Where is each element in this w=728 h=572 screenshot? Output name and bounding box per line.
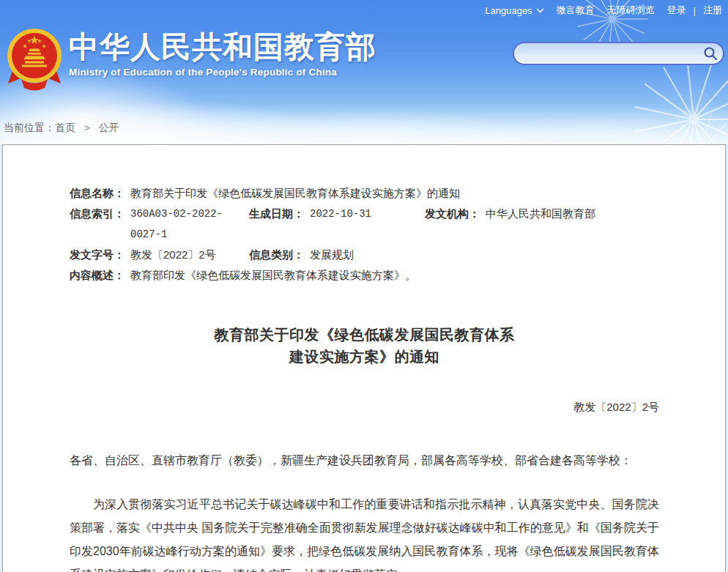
meta-label: 生成日期： [249, 204, 304, 245]
meta-field-docnumber: 发文字号： 教发〔2022〕2号 [70, 245, 249, 265]
meta-label: 内容概述： [70, 265, 125, 286]
meta-field-agency: 发文机构： 中华人民共和国教育部 [425, 204, 595, 245]
meta-value: 2022-10-31 [310, 204, 371, 245]
meta-row: 发文字号： 教发〔2022〕2号 信息类别： 发展规划 [70, 245, 659, 265]
document-number: 教发〔2022〕2号 [70, 401, 659, 415]
meta-label: 信息索引： [70, 204, 125, 245]
meta-value: 发展规划 [310, 245, 354, 265]
meta-field-date: 生成日期： 2022-10-31 [249, 204, 425, 245]
document-title: 教育部关于印发《绿色低碳发展国民教育体系 建设实施方案》的通知 [70, 324, 659, 368]
meta-label: 发文字号： [70, 245, 125, 265]
meta-row: 信息索引： 360A03-02-2022-0027-1 生成日期： 2022-1… [70, 204, 659, 245]
language-menu[interactable]: Languages [485, 5, 543, 16]
site-header: Languages 微言教育 无障碍浏览 登录 | 注册 [0, 0, 728, 144]
document-paragraph: 为深入贯彻落实习近平总书记关于碳达峰碳中和工作的重要讲话和指示批示精神，认真落实… [70, 493, 659, 572]
topbar-link-accessibility[interactable]: 无障碍浏览 [607, 4, 655, 17]
document-salutation: 各省、自治区、直辖市教育厅（教委），新疆生产建设兵团教育局，部属各高等学校、部省… [70, 449, 659, 472]
breadcrumb-label: 当前位置： [4, 122, 55, 133]
meta-field-summary: 内容概述： 教育部印发《绿色低碳发展国民教育体系建设实施方案》。 [70, 265, 416, 286]
site-subtitle: Ministry of Education of the People's Re… [69, 67, 376, 78]
meta-value: 教发〔2022〕2号 [130, 245, 216, 265]
breadcrumb-separator: > [84, 122, 90, 133]
chevron-down-icon [536, 8, 544, 13]
search-icon [703, 46, 718, 61]
search-button[interactable] [698, 43, 723, 64]
meta-row: 信息名称： 教育部关于印发《绿色低碳发展国民教育体系建设实施方案》的通知 [70, 183, 659, 204]
document-card: 信息名称： 教育部关于印发《绿色低碳发展国民教育体系建设实施方案》的通知 信息索… [2, 144, 726, 572]
meta-value: 中华人民共和国教育部 [486, 204, 595, 245]
breadcrumb: 当前位置：首页>公开 [4, 122, 119, 135]
meta-row: 内容概述： 教育部印发《绿色低碳发展国民教育体系建设实施方案》。 [70, 265, 659, 286]
meta-value: 360A03-02-2022-0027-1 [130, 204, 249, 245]
page: Languages 微言教育 无障碍浏览 登录 | 注册 [0, 0, 728, 572]
breadcrumb-home[interactable]: 首页 [55, 122, 75, 133]
topbar: Languages 微言教育 无障碍浏览 登录 | 注册 [485, 4, 722, 17]
language-menu-label: Languages [485, 5, 532, 16]
site-title: 中华人民共和国教育部 [69, 31, 376, 64]
document-meta-table: 信息名称： 教育部关于印发《绿色低碳发展国民教育体系建设实施方案》的通知 信息索… [70, 183, 659, 286]
meta-label: 发文机构： [425, 204, 480, 245]
topbar-link-weiyan-edu[interactable]: 微言教育 [557, 4, 595, 17]
breadcrumb-section-gongkai[interactable]: 公开 [99, 122, 119, 133]
logo-block: 中华人民共和国教育部 Ministry of Education of the … [6, 26, 376, 91]
meta-value: 教育部关于印发《绿色低碳发展国民教育体系建设实施方案》的通知 [130, 183, 460, 204]
document-title-line1: 教育部关于印发《绿色低碳发展国民教育体系 [70, 324, 659, 346]
topbar-link-register[interactable]: 注册 [703, 4, 722, 17]
meta-value: 教育部印发《绿色低碳发展国民教育体系建设实施方案》。 [130, 265, 416, 286]
topbar-link-login[interactable]: 登录 [667, 4, 686, 17]
meta-label: 信息类别： [249, 245, 304, 265]
search-bar [513, 42, 724, 65]
topbar-separator: | [694, 5, 696, 16]
meta-field-category: 信息类别： 发展规划 [249, 245, 354, 265]
search-input[interactable] [514, 43, 698, 64]
meta-field-index: 信息索引： 360A03-02-2022-0027-1 [70, 204, 249, 245]
meta-field-title: 信息名称： 教育部关于印发《绿色低碳发展国民教育体系建设实施方案》的通知 [70, 183, 460, 204]
meta-label: 信息名称： [70, 183, 125, 204]
national-emblem-logo [6, 26, 63, 91]
document-title-line2: 建设实施方案》的通知 [70, 346, 659, 368]
